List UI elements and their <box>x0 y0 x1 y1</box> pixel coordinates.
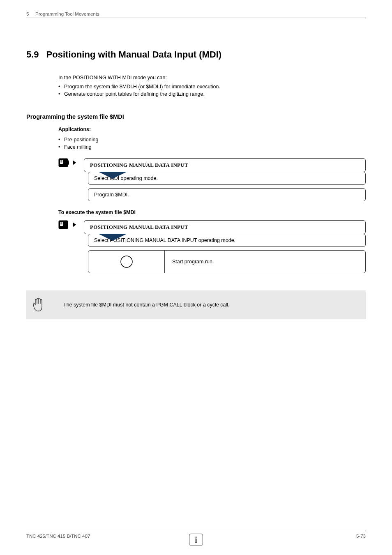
mdi-mode-icon <box>58 220 69 229</box>
flow-wedge-icon <box>98 234 127 241</box>
svg-rect-8 <box>60 222 62 223</box>
application-item: Face milling <box>58 143 366 151</box>
chapter-title: Programming Tool Movements <box>35 12 99 16</box>
step-sub-box: Program $MDI. <box>88 188 366 201</box>
applications-heading: Applications: <box>58 126 366 133</box>
note-text: The system file $MDI must not contain a … <box>63 302 230 308</box>
chapter-number: 5 <box>26 12 35 16</box>
execute-heading: To execute the system file $MDI <box>58 210 366 215</box>
svg-rect-10 <box>60 224 62 224</box>
step-title-box: POSITIONING MANUAL DATA INPUT <box>84 158 366 172</box>
svg-rect-9 <box>60 223 62 223</box>
info-badge-icon: i <box>189 534 203 546</box>
svg-rect-11 <box>60 225 62 225</box>
step-sub-text: Select POSITIONING MANUAL DATA INPUT ope… <box>88 234 365 246</box>
intro-bullet: Program the system file $MDI.H (or $MDI.… <box>58 83 366 90</box>
note-box: The system file $MDI must not contain a … <box>26 290 366 319</box>
intro-lead: In the POSITIONING WITH MDI mode you can… <box>58 74 366 81</box>
footer-right: 5-73 <box>356 534 366 539</box>
svg-rect-4 <box>60 162 62 162</box>
section-title: Positioning with Manual Data Input (MDI) <box>46 49 222 60</box>
play-arrow-icon <box>72 160 76 166</box>
svg-point-12 <box>121 256 132 267</box>
intro-block: In the POSITIONING WITH MDI mode you can… <box>58 74 366 98</box>
section-number: 5.9 <box>26 49 39 60</box>
svg-rect-2 <box>60 160 62 161</box>
step-sub-text: Select MDI operating mode. <box>88 172 365 184</box>
applications-block: Applications: Pre-positioning Face milli… <box>58 126 366 150</box>
start-button-text: Start program run. <box>165 255 365 269</box>
svg-rect-3 <box>60 161 62 161</box>
svg-rect-5 <box>60 163 62 163</box>
running-header: 5 Programming Tool Movements <box>26 12 366 18</box>
step-sub-box: Select POSITIONING MANUAL DATA INPUT ope… <box>88 234 366 247</box>
step-title-box: POSITIONING MANUAL DATA INPUT <box>84 220 366 234</box>
mdi-mode-icon <box>58 158 69 167</box>
footer-left: TNC 425/TNC 415 B/TNC 407 <box>26 534 90 539</box>
start-button-icon <box>120 255 134 269</box>
step-button-row: Start program run. <box>88 250 366 273</box>
mode-icon-cell <box>58 220 84 229</box>
play-arrow-icon <box>72 222 76 228</box>
svg-rect-6 <box>59 220 68 229</box>
step-sub-text: Program $MDI. <box>88 189 365 201</box>
attention-hand-icon <box>32 298 45 312</box>
page-footer: TNC 425/TNC 415 B/TNC 407 i 5-73 <box>26 531 366 539</box>
step-sub-box: Select MDI operating mode. <box>88 172 366 185</box>
application-item: Pre-positioning <box>58 136 366 143</box>
mode-icon-cell <box>58 158 84 167</box>
flow-wedge-icon <box>98 172 127 179</box>
intro-bullet: Generate contour point tables for defini… <box>58 90 366 98</box>
section-heading: 5.9 Positioning with Manual Data Input (… <box>26 49 366 60</box>
start-button-icon-cell <box>88 251 165 273</box>
subsection-title: Programming the system file $MDI <box>26 113 366 120</box>
